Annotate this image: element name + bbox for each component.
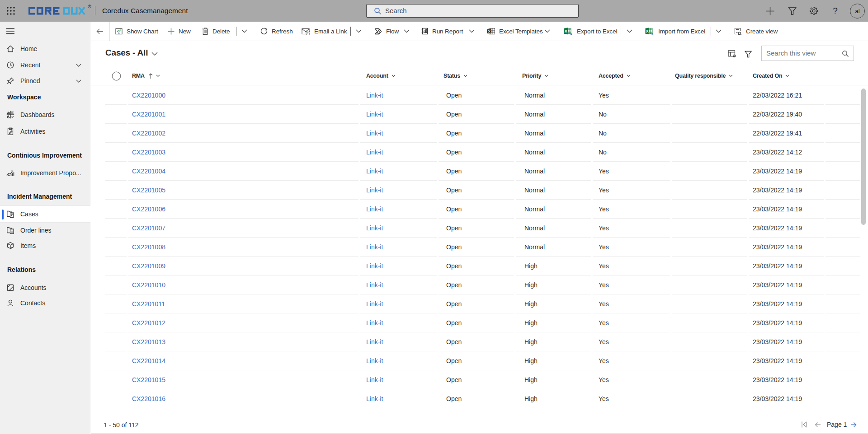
svg-text:?: ? xyxy=(833,6,838,15)
svg-text:X: X xyxy=(488,29,491,33)
svg-text:X: X xyxy=(565,28,567,33)
svg-text:R: R xyxy=(89,5,90,8)
svg-text:X: X xyxy=(646,28,649,33)
